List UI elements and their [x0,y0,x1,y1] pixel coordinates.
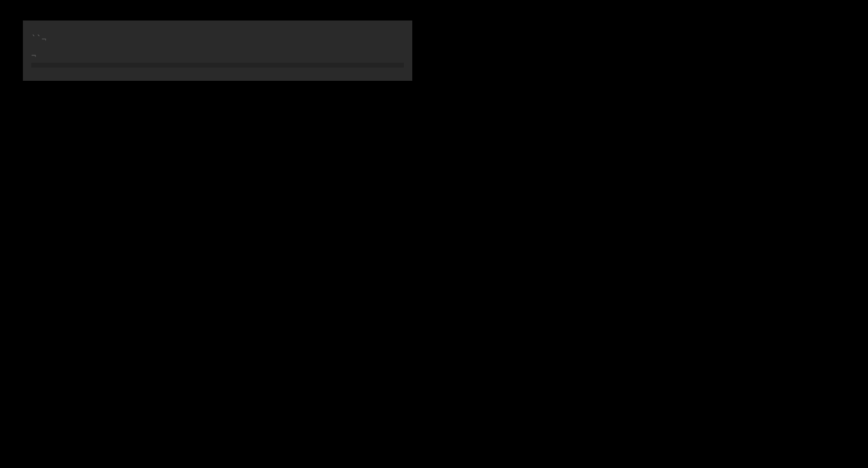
editor-paragraph: ``¬ [31,31,404,46]
blank-line: ¬ [31,49,404,60]
inline-code: `` [31,34,42,43]
code-block [31,63,404,68]
source-editor-panel: ``¬ ¬ [23,21,412,81]
